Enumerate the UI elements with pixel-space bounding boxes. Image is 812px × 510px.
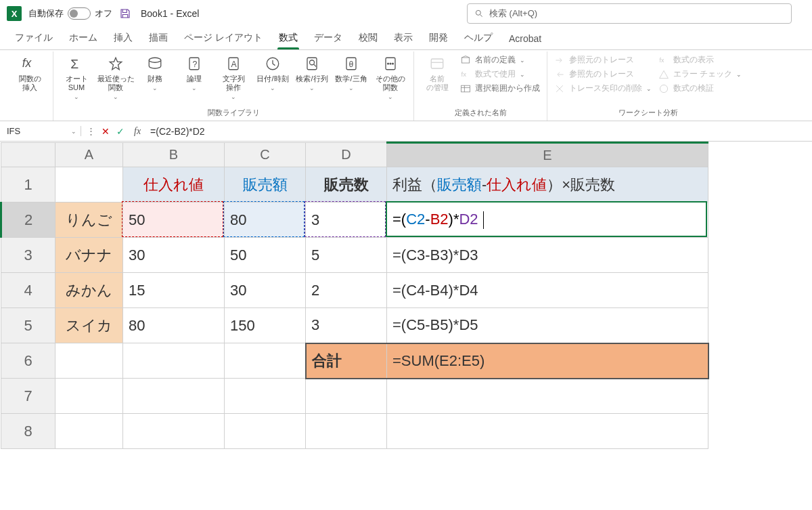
row-header-2[interactable]: 2	[1, 203, 55, 238]
tab-page-layout[interactable]: ページ レイアウト	[176, 28, 271, 49]
cell-A1[interactable]	[55, 167, 123, 203]
cell-B4[interactable]: 15	[123, 273, 225, 308]
row-header-4[interactable]: 4	[1, 273, 55, 308]
cell-B7[interactable]	[123, 379, 225, 414]
create-from-selection-button[interactable]: 選択範囲から作成	[460, 83, 540, 94]
tab-help[interactable]: ヘルプ	[456, 28, 501, 49]
search-placeholder: 検索 (Alt+Q)	[489, 7, 537, 20]
cell-E3[interactable]: =(C3-B3)*D3	[387, 238, 708, 273]
tab-review[interactable]: 校閲	[351, 28, 386, 49]
cell-E2[interactable]: =(C2-B2)*D2	[387, 203, 708, 238]
financial-button[interactable]: 財務⌄	[136, 51, 174, 95]
cell-A3[interactable]: バナナ	[55, 238, 123, 273]
col-header-D[interactable]: D	[306, 143, 387, 167]
row-header-6[interactable]: 6	[1, 343, 55, 379]
cell-C3[interactable]: 50	[225, 238, 306, 273]
cell-C8[interactable]	[225, 414, 306, 449]
row-header-1[interactable]: 1	[1, 167, 55, 203]
cell-A4[interactable]: みかん	[55, 273, 123, 308]
cell-C7[interactable]	[225, 379, 306, 414]
math-button[interactable]: θ数学/三角⌄	[332, 51, 370, 95]
fb-dots-icon[interactable]: ⋮	[84, 126, 97, 136]
cell-E5[interactable]: =(C5-B5)*D5	[387, 308, 708, 343]
cell-B6[interactable]	[123, 343, 225, 379]
svg-point-16	[392, 63, 394, 64]
cell-A6[interactable]	[55, 343, 123, 379]
formula-bar-input[interactable]: =(C2-B2)*D2	[145, 126, 812, 137]
spreadsheet-grid[interactable]: A B C D E 1 仕入れ値 販売額 販売数 利益（販売額-仕入れ値）×販売…	[0, 142, 812, 449]
col-header-B[interactable]: B	[123, 143, 225, 167]
more-functions-button[interactable]: その他の 関数⌄	[371, 51, 409, 104]
cell-B2[interactable]: 50	[123, 203, 225, 238]
defined-names-label: 定義された名前	[418, 106, 543, 121]
chevron-down-icon[interactable]: ⌄	[71, 128, 76, 135]
cell-E7[interactable]	[387, 379, 708, 414]
search-input[interactable]: 検索 (Alt+Q)	[467, 3, 792, 24]
row-header-3[interactable]: 3	[1, 238, 55, 273]
cell-C6[interactable]	[225, 343, 306, 379]
tab-view[interactable]: 表示	[386, 28, 421, 49]
function-library-label: 関数ライブラリ	[58, 106, 409, 121]
cell-B8[interactable]	[123, 414, 225, 449]
tab-data[interactable]: データ	[306, 28, 351, 49]
tab-insert[interactable]: 挿入	[106, 28, 141, 49]
col-header-A[interactable]: A	[55, 143, 123, 167]
tab-draw[interactable]: 描画	[141, 28, 176, 49]
name-manager-button: 名前 の管理	[418, 51, 456, 95]
cell-D3[interactable]: 5	[306, 238, 387, 273]
cell-D7[interactable]	[306, 379, 387, 414]
name-box[interactable]: IFS⌄	[0, 126, 81, 136]
define-name-button[interactable]: 名前の定義⌄	[460, 54, 540, 66]
cell-A8[interactable]	[55, 414, 123, 449]
search-icon	[474, 9, 484, 18]
cell-D6[interactable]: 合計	[306, 343, 387, 379]
lookup-button[interactable]: 検索/行列⌄	[293, 51, 331, 95]
cell-C1[interactable]: 販売額	[225, 167, 306, 203]
save-icon[interactable]	[119, 7, 131, 20]
cell-B5[interactable]: 80	[123, 308, 225, 343]
cell-D4[interactable]: 2	[306, 273, 387, 308]
cell-A7[interactable]	[55, 379, 123, 414]
cell-C2[interactable]: 80	[225, 203, 306, 238]
cell-C4[interactable]: 30	[225, 273, 306, 308]
fx-icon[interactable]: fx	[130, 126, 145, 137]
autosave-toggle[interactable]: 自動保存 オフ	[28, 7, 112, 20]
cell-C5[interactable]: 150	[225, 308, 306, 343]
text-button[interactable]: A文字列 操作⌄	[215, 51, 252, 104]
autosum-button[interactable]: Σオート SUM⌄	[58, 51, 95, 104]
svg-text:fx: fx	[22, 56, 32, 70]
title-bar: X 自動保存 オフ Book1 - Excel 検索 (Alt+Q)	[0, 0, 812, 27]
cell-E8[interactable]	[387, 414, 708, 449]
row-header-8[interactable]: 8	[1, 414, 55, 449]
tab-home[interactable]: ホーム	[61, 28, 106, 49]
col-header-E[interactable]: E	[387, 143, 708, 167]
cell-D1[interactable]: 販売数	[306, 167, 387, 203]
tab-developer[interactable]: 開発	[421, 28, 456, 49]
cell-D8[interactable]	[306, 414, 387, 449]
tab-formulas[interactable]: 数式	[271, 28, 306, 49]
cell-D5[interactable]: 3	[306, 308, 387, 343]
enter-icon[interactable]: ✓	[114, 126, 127, 137]
recent-functions-button[interactable]: 最近使った 関数⌄	[97, 51, 135, 104]
datetime-button[interactable]: 日付/時刻⌄	[254, 51, 292, 95]
tab-acrobat[interactable]: Acrobat	[501, 29, 549, 49]
toggle-icon[interactable]	[68, 7, 91, 20]
cell-A5[interactable]: スイカ	[55, 308, 123, 343]
logical-button[interactable]: ?論理⌄	[175, 51, 213, 95]
cancel-icon[interactable]: ✕	[99, 126, 112, 137]
cell-B3[interactable]: 30	[123, 238, 225, 273]
cell-A2[interactable]: りんご	[55, 203, 123, 238]
error-checking-button: エラー チェック⌄	[658, 68, 742, 80]
row-header-7[interactable]: 7	[1, 379, 55, 414]
col-header-C[interactable]: C	[225, 143, 306, 167]
row-header-5[interactable]: 5	[1, 308, 55, 343]
cell-B1[interactable]: 仕入れ値	[123, 167, 225, 203]
insert-function-button[interactable]: fx 関数の 挿入	[11, 51, 49, 95]
tab-file[interactable]: ファイル	[7, 28, 61, 49]
select-all-corner[interactable]	[1, 143, 55, 167]
cell-E1[interactable]: 利益（販売額-仕入れ値）×販売数	[387, 167, 708, 203]
cell-D2[interactable]: 3	[306, 203, 387, 238]
svg-rect-17	[431, 59, 443, 68]
cell-E6[interactable]: =SUM(E2:E5)	[387, 343, 708, 379]
cell-E4[interactable]: =(C4-B4)*D4	[387, 273, 708, 308]
